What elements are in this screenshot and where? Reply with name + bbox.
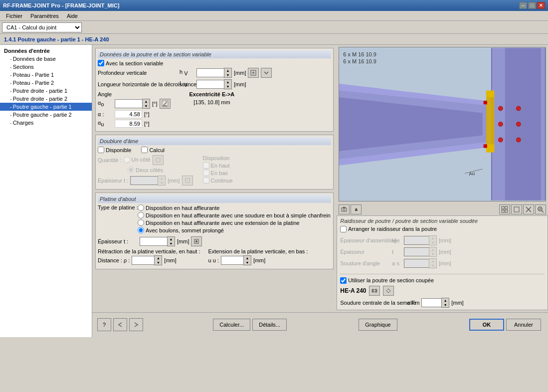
graphique-button[interactable]: Graphique [359,319,397,331]
avec-section-checkbox-label[interactable]: Avec la section variable [98,60,163,66]
profondeur-icon-btn1[interactable] [248,68,259,78]
annuler-button[interactable]: Annuler [506,319,541,331]
menu-fichier[interactable]: Fichier [2,12,26,20]
alpha-o-input[interactable]: 0.00 [115,99,142,108]
view-btn-text[interactable]: a [351,204,362,214]
extension-input[interactable] [221,256,243,265]
minimize-button[interactable]: ─ [519,2,527,9]
platine-epaisseur-input[interactable]: 25.0 [140,237,167,246]
section-coupee-checkbox[interactable] [340,277,347,284]
sidebar-item-donnees-base[interactable]: Données de base [0,55,92,63]
arranger-checkbox[interactable] [340,226,347,232]
menu-parametres[interactable]: Paramètres [26,12,63,20]
details-button[interactable]: Détails... [252,319,287,331]
platine-type-label: Type de platine : [98,204,138,234]
profondeur-spinbox[interactable]: 460.0 ▲ ▼ [196,68,232,78]
soudure-centrale-down[interactable]: ▼ [442,303,449,307]
menu-aide[interactable]: Aide [63,12,82,20]
sidebar-item-poutre-droite1[interactable]: Poutre droite - partie 1 [0,87,92,95]
view-btn-box[interactable] [511,204,522,214]
view-btn-zoom[interactable] [535,204,546,214]
section-coupee-label[interactable]: Utiliser la poutre de section coupée [340,277,545,284]
avec-section-checkbox[interactable] [98,60,104,66]
platine-option1-label[interactable]: Disposition en haut affleurante [138,204,331,211]
help-button[interactable]: ? [97,318,111,331]
soudure-angle-label: Soudure d'angle [340,260,390,266]
view-btn-camera[interactable] [339,204,350,214]
disponible-checkbox[interactable] [98,147,104,153]
sidebar: Données d'entrée Données de base Section… [0,45,92,337]
profondeur-input[interactable]: 460.0 [196,68,224,77]
platine-option4-label[interactable]: Avec boulons, sommet prolongé [138,227,331,233]
en-bas-checkbox [203,170,209,176]
platine-box: Platine d'about Type de platine : Dispos… [95,193,334,269]
distance-spinbox[interactable]: ▲ ▼ [132,255,162,265]
svg-rect-23 [484,144,487,148]
distance-unit: [mm] [164,257,176,263]
longueur-up[interactable]: ▲ [224,80,231,84]
epaiss-assemblage-spinbox: ▲ ▼ [404,235,437,245]
longueur-input[interactable]: 1531.7 [196,80,224,89]
soudure-centrale-spinbox[interactable]: 5.0 ▲ ▼ [421,298,449,308]
forward-button[interactable] [129,318,143,331]
disponible-label[interactable]: Disponible [98,147,131,153]
svg-rect-36 [505,206,508,209]
avec-section-label: Avec la section variable [106,60,163,66]
sidebar-item-charges[interactable]: Charges [0,119,92,127]
sidebar-item-poutre-droite2[interactable]: Poutre droite - partie 2 [0,95,92,103]
platine-option3-radio[interactable] [138,219,144,226]
deux-cotes-radio[interactable] [128,167,134,173]
alpha-icon-btn[interactable] [160,99,171,109]
alpha-o-up[interactable]: ▲ [143,99,150,104]
maximize-button[interactable]: □ [528,2,536,9]
longueur-spinbox[interactable]: 1531.7 ▲ ▼ [196,79,232,89]
extension-up[interactable]: ▲ [244,256,251,260]
calcul-label[interactable]: Calcul [141,147,165,153]
profondeur-icon-btn2[interactable] [261,68,272,78]
profondeur-down[interactable]: ▼ [224,73,231,77]
extension-spinbox[interactable]: ▲ ▼ [221,255,251,265]
he-icon1[interactable] [369,286,380,296]
platine-option1-radio[interactable] [138,204,144,211]
platine-epaisseur-down[interactable]: ▼ [168,241,175,246]
soudure-centrale-up[interactable]: ▲ [442,298,449,303]
platine-epaisseur-up[interactable]: ▲ [168,237,175,241]
close-button[interactable]: ✕ [537,2,545,9]
platine-option2-radio[interactable] [138,212,144,218]
calculer-button[interactable]: Calculer... [213,319,250,331]
sidebar-item-poutre-gauche1[interactable]: Poutre gauche - partie 1 [0,103,92,111]
calcul-select[interactable]: CA1 - Calcul du joint [2,22,82,32]
ok-button[interactable]: OK [469,319,504,331]
h-symbol: H [392,237,402,243]
sidebar-item-poteau2[interactable]: Poteau - Partie 2 [0,79,92,87]
profondeur-up[interactable]: ▲ [224,68,231,73]
calcul-checkbox[interactable] [141,147,148,153]
back-button[interactable] [113,318,127,331]
distance-down[interactable]: ▼ [155,260,162,265]
sidebar-item-sections[interactable]: Sections [0,63,92,71]
svg-marker-34 [343,207,346,208]
he-icon2[interactable] [383,286,394,296]
extension-down[interactable]: ▼ [244,260,251,265]
platine-option2-label[interactable]: Disposition en haut affleurante avec une… [138,212,331,218]
sidebar-item-poteau1[interactable]: Poteau - Partie 1 [0,71,92,79]
retraction-section: Rétraction de la platine verticale, en h… [98,248,200,267]
sidebar-item-poutre-gauche2[interactable]: Poutre gauche - partie 2 [0,111,92,119]
view-btn-grid[interactable] [499,204,510,214]
platine-epaisseur-spinbox[interactable]: 25.0 ▲ ▼ [140,236,175,246]
soudure-centrale-input[interactable]: 5.0 [421,298,441,307]
epaisseur-doublure-input [130,176,158,185]
distance-up[interactable]: ▲ [155,256,162,260]
platine-epaisseur-icon[interactable] [191,236,202,246]
platine-option3-label[interactable]: Disposition en haut affleurante avec une… [138,219,331,226]
alpha-o-down[interactable]: ▼ [143,104,150,108]
platine-option4-radio[interactable] [138,227,144,233]
arranger-checkbox-label[interactable]: Arranger le raidisseur dans la poutre [340,226,545,232]
view-btn-cross[interactable] [523,204,534,214]
quantite-label: Quantité : [98,157,122,163]
epaiss-raidisseur-up: ▲ [429,247,436,252]
un-cote-radio[interactable] [124,157,130,163]
distance-input[interactable] [132,256,154,265]
alpha-o-spinbox[interactable]: 0.00 ▲ ▼ [115,99,150,109]
longueur-down[interactable]: ▼ [224,84,231,89]
